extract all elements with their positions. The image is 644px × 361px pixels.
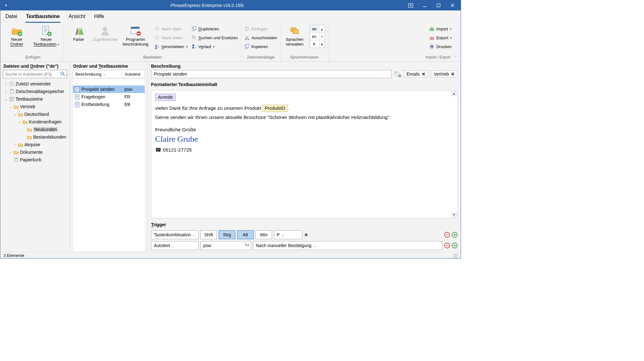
svg-rect-21 bbox=[245, 27, 249, 31]
hotkey-clear[interactable]: ✕ bbox=[304, 232, 308, 237]
key-alt[interactable]: Alt bbox=[237, 230, 254, 239]
svg-point-18 bbox=[192, 36, 195, 38]
case-icon[interactable]: Aa bbox=[244, 243, 249, 247]
history-button[interactable]: Verlauf ▾ bbox=[192, 43, 238, 50]
import-button[interactable]: Import ▾ bbox=[429, 25, 452, 32]
list-col-desc[interactable]: Beschreibung⌄ bbox=[73, 72, 123, 77]
mid-header: Ordner und Textbausteine bbox=[70, 62, 148, 70]
list-up[interactable]: .. bbox=[73, 79, 145, 85]
maximize-button[interactable] bbox=[432, 0, 445, 10]
svg-rect-36 bbox=[10, 90, 13, 93]
access-rights-button[interactable]: Zugriffsrechte bbox=[94, 25, 117, 43]
move-down-button[interactable]: Nach unten bbox=[155, 34, 188, 41]
autotext-mode-combo[interactable]: Nach manueller Bestätigung⌄ bbox=[253, 241, 442, 250]
content-editor[interactable]: ▲ ▼ Anrede vielen Dank für Ihre Anfrage … bbox=[151, 90, 458, 218]
key-win[interactable]: Win bbox=[256, 230, 272, 239]
key-letter-combo[interactable]: P⌄ bbox=[274, 230, 302, 239]
phrase-list: .. Prospekt senden psw Fragebogen FR Ers… bbox=[73, 79, 145, 252]
print-button[interactable]: Drucken bbox=[429, 43, 452, 50]
svg-rect-20 bbox=[192, 47, 194, 48]
find-replace-button[interactable]: Suchen und Ersetzen bbox=[192, 34, 238, 41]
desc-header: Beschreibung bbox=[148, 62, 461, 70]
svg-rect-28 bbox=[293, 29, 299, 34]
tag-emails[interactable]: Emails✕ bbox=[404, 71, 428, 78]
lang-fr[interactable]: fr bbox=[310, 40, 319, 48]
editor-scroll-up[interactable]: ▲ bbox=[451, 91, 457, 96]
tree-bestandskunden[interactable]: Bestandskunden bbox=[2, 133, 68, 141]
autotext-type-combo[interactable]: Autotext⌄ bbox=[151, 241, 199, 250]
trigger-row-autotext: Autotext⌄ Aa Nach manueller Bestätigung⌄… bbox=[151, 241, 458, 250]
search-dropdown[interactable]: ⌄ bbox=[66, 72, 68, 76]
new-folder-button[interactable]: NeuerOrdner bbox=[5, 25, 28, 47]
group-label-impexp[interactable]: Import / Export ˄ bbox=[426, 54, 456, 61]
tree-papierkorb[interactable]: Papierkorb bbox=[2, 156, 68, 164]
phone-icon: ☎ bbox=[155, 147, 161, 152]
tree-textbausteine[interactable]: ⌄Textbausteine bbox=[2, 95, 68, 103]
editor-scroll-down[interactable]: ▼ bbox=[451, 212, 457, 217]
lang-en[interactable]: en bbox=[310, 33, 319, 40]
svg-rect-19 bbox=[192, 45, 194, 46]
search-wrap: ⌄ bbox=[3, 70, 67, 78]
autotext-input[interactable] bbox=[200, 241, 251, 250]
color-button[interactable]: Farbe bbox=[67, 25, 90, 43]
tree-deutschland[interactable]: ⌄Deutschland bbox=[2, 110, 68, 118]
tree-dokumente[interactable]: ›Dokumente bbox=[2, 148, 68, 156]
search-input[interactable] bbox=[3, 72, 60, 77]
list-col-autotext[interactable]: Autotext bbox=[123, 72, 145, 77]
lang-de[interactable]: de bbox=[310, 25, 319, 33]
tag-add-icon[interactable] bbox=[394, 71, 401, 77]
tree-clipboard[interactable]: ›Zwischenablagespeicher bbox=[2, 88, 68, 95]
qat-dropdown[interactable]: ▾ bbox=[2, 3, 10, 8]
move-up-button[interactable]: Nach oben bbox=[155, 25, 188, 32]
tab-datei[interactable]: Datei bbox=[5, 12, 18, 23]
content-header: Formatierter Textbausteininhalt bbox=[151, 80, 458, 88]
new-phrase-button[interactable]: NeuerTextbaustein ▾ bbox=[32, 25, 60, 47]
compact-ribbon-button[interactable] bbox=[404, 0, 418, 10]
tag-vertrieb[interactable]: Vertrieb✕ bbox=[431, 71, 458, 78]
tree-vertrieb[interactable]: ⌄Vertrieb bbox=[2, 103, 68, 110]
ribbon: NeuerOrdner NeuerTextbaustein ▾ Einfügen… bbox=[0, 23, 461, 62]
placeholder-anrede[interactable]: Anrede bbox=[155, 94, 176, 101]
tab-ansicht[interactable]: Ansicht bbox=[68, 12, 86, 23]
minimize-button[interactable] bbox=[418, 0, 432, 10]
list-row-2[interactable]: Erstbestellung EB bbox=[73, 101, 145, 108]
lang-up[interactable] bbox=[319, 25, 325, 33]
tab-textbausteine[interactable]: Textbausteine bbox=[25, 12, 60, 23]
list-row-0[interactable]: Prospekt senden psw bbox=[73, 85, 145, 93]
status-text: 3 Elemente bbox=[3, 253, 24, 258]
resize-grip[interactable] bbox=[453, 254, 458, 258]
autotext-add[interactable]: + bbox=[452, 243, 458, 248]
placeholder-produktid[interactable]: ProduktID bbox=[262, 105, 287, 112]
tab-hilfe[interactable]: Hilfe bbox=[93, 12, 105, 23]
copy-button[interactable]: Kopieren bbox=[244, 43, 277, 50]
duplicate-button[interactable]: Duplizieren bbox=[192, 25, 238, 32]
paste-button[interactable]: Einfügen bbox=[244, 25, 277, 32]
svg-rect-37 bbox=[11, 89, 12, 90]
menu-tabs: Datei Textbausteine Ansicht Hilfe bbox=[0, 10, 461, 23]
program-restriction-button[interactable]: Programmbeschränkung bbox=[120, 25, 151, 47]
hotkey-add[interactable]: + bbox=[452, 232, 458, 238]
lang-dd[interactable]: ▾ bbox=[319, 33, 325, 40]
close-button[interactable] bbox=[445, 0, 459, 10]
export-button[interactable]: Export ▾ bbox=[429, 34, 452, 41]
trigger-type-combo[interactable]: Tastenkombination⌄ bbox=[151, 230, 199, 239]
tree-kundenanfragen[interactable]: ⌄Kundenanfragen bbox=[2, 118, 68, 126]
tree-recent[interactable]: ›Zuletzt verwendet bbox=[2, 80, 68, 88]
search-icon[interactable] bbox=[60, 72, 66, 77]
lang-dn[interactable] bbox=[319, 40, 325, 48]
key-strg[interactable]: Strg bbox=[219, 230, 235, 239]
tree-akquise[interactable]: ›Akquise bbox=[2, 141, 68, 148]
list-row-1[interactable]: Fragebogen FR bbox=[73, 93, 145, 101]
title-bar: ▾ PhraseExpress Enterprise v16.0.165i bbox=[0, 0, 461, 10]
autotext-remove[interactable]: − bbox=[444, 243, 450, 248]
tree-neukunden[interactable]: Neukunden bbox=[2, 126, 68, 133]
cut-button[interactable]: Ausschneiden bbox=[244, 34, 277, 41]
main-area: Dateien und Ordner ("de") ⌄ ›Zuletzt ver… bbox=[0, 62, 461, 252]
manage-languages-button[interactable]: Sprachenverwalten bbox=[284, 25, 306, 47]
move-button[interactable]: Verschieben ▾ bbox=[155, 43, 188, 50]
hotkey-remove[interactable]: − bbox=[444, 232, 450, 238]
description-input[interactable] bbox=[151, 70, 392, 78]
window-title: PhraseExpress Enterprise v16.0.165i bbox=[10, 3, 404, 8]
key-shift[interactable]: Shift bbox=[200, 230, 217, 239]
signature: Claire Grube bbox=[155, 133, 453, 145]
